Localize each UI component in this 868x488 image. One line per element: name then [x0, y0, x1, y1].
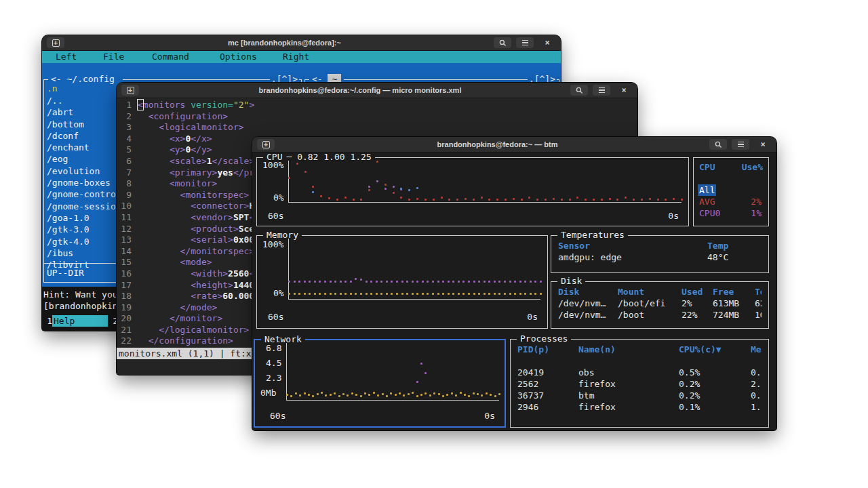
purple-data-dot [473, 281, 475, 283]
red-data-dot [569, 199, 571, 201]
yellow-data-dot [488, 293, 490, 295]
memory-graph-panel[interactable]: Memory 100% 0% 60s 0s [256, 235, 548, 329]
yellow-data-dot [347, 394, 349, 396]
mc-hint-line: Hint: Want you [43, 289, 118, 300]
column-header[interactable]: Sensor [558, 240, 707, 251]
red-data-dot [625, 197, 627, 199]
table-row[interactable]: /dev/nvm…/boot22%724MB1GB [558, 309, 762, 321]
purple-data-dot [412, 281, 414, 283]
cpu-legend-panel[interactable]: CPU Use% AllAVG2%CPU01% [693, 157, 769, 226]
close-icon[interactable]: × [538, 37, 556, 48]
cpu-legend-row[interactable]: All [694, 184, 768, 196]
close-icon[interactable]: × [615, 85, 633, 96]
temperatures-rows: amdgpu: edge48°C [551, 251, 768, 263]
column-header[interactable]: Used [682, 286, 713, 298]
menu-icon[interactable] [593, 85, 610, 96]
purple-data-dot [442, 281, 444, 283]
column-header[interactable]: Disk [558, 286, 618, 298]
purple-data-dot [304, 281, 306, 283]
yellow-data-dot [330, 293, 332, 295]
yellow-data-dot [342, 393, 344, 395]
menu-options[interactable]: Options [220, 51, 257, 63]
new-tab-icon[interactable]: + [47, 37, 64, 48]
red-data-dot [665, 199, 667, 201]
memory-y-max-label: 100% [262, 239, 283, 250]
column-header[interactable]: Name(n) [578, 344, 679, 355]
column-header[interactable]: Mem%(m) [751, 344, 762, 355]
btm-titlebar[interactable]: + brandonhopkins@fedora:~ — btm × [252, 137, 776, 152]
purple-data-dot [458, 281, 460, 283]
purple-data-dot [314, 281, 316, 283]
table-row[interactable]: 2562firefox0.2%2.2% [517, 378, 762, 390]
cpu-legend-row[interactable]: AVG2% [694, 196, 768, 207]
network-graph-panel[interactable]: Network 6.8 4.5 2.3 0Mb 60s 0s [254, 339, 506, 428]
memory-x-right-label: 0s [527, 311, 538, 323]
purple-data-dot [366, 281, 368, 283]
purple-data-dot [498, 281, 500, 283]
column-header[interactable]: Mount [618, 286, 682, 298]
purple-data-dot [340, 281, 342, 283]
menu-icon[interactable] [516, 37, 534, 48]
menu-left[interactable]: Left [56, 51, 77, 63]
purple-data-dot [355, 278, 357, 280]
yellow-data-dot [540, 293, 542, 295]
menu-icon[interactable] [732, 139, 749, 150]
new-tab-icon[interactable]: + [257, 139, 275, 150]
processes-panel[interactable]: Processes PID(p)Name(n)CPU%(c)▼Mem%(m) 2… [510, 339, 769, 428]
disk-panel[interactable]: Disk DiskMountUsedFreeTotal /dev/nvm…/bo… [551, 281, 769, 329]
micro-titlebar[interactable]: + brandonhopkins@fedora:~/.config — micr… [117, 83, 637, 98]
disk-panel-title: Disk [557, 275, 585, 287]
menu-file[interactable]: File [103, 51, 124, 63]
yellow-data-dot [477, 393, 479, 395]
yellow-data-dot [319, 293, 321, 295]
temperatures-panel[interactable]: Temperatures SensorTemp amdgpu: edge48°C [551, 235, 769, 273]
purple-data-dot [324, 281, 326, 283]
btm-window[interactable]: + brandonhopkins@fedora:~ — btm × CPU0.8… [252, 137, 776, 430]
menu-command[interactable]: Command [152, 51, 189, 63]
cpu-legend-row[interactable]: CPU01% [694, 207, 768, 219]
table-row[interactable]: amdgpu: edge48°C [558, 251, 762, 263]
column-header[interactable]: CPU%(c)▼ [679, 344, 751, 355]
menu-right[interactable]: Right [283, 51, 309, 63]
processes-panel-title: Processes [517, 333, 571, 344]
new-tab-icon[interactable]: + [121, 85, 139, 96]
memory-x-left-label: 60s [268, 311, 283, 323]
table-row[interactable]: 2946firefox0.1%1.2% [517, 401, 762, 413]
yellow-data-dot [484, 293, 486, 295]
yellow-data-dot [340, 293, 342, 295]
red-data-dot [536, 199, 538, 201]
mc-left-panel-path[interactable]: <- ~/.config [48, 73, 123, 85]
table-row[interactable]: 36737btm0.2%0.0% [517, 390, 762, 401]
red-data-dot [296, 163, 298, 165]
red-data-dot [505, 199, 507, 201]
table-row[interactable]: 20419obs0.5%0.9% [517, 367, 762, 378]
purple-data-dot [448, 281, 450, 283]
column-header[interactable]: Total [755, 286, 762, 298]
purple-data-dot [350, 281, 352, 283]
red-data-dot [601, 199, 603, 201]
cpu-graph-panel[interactable]: CPU0.82 1.00 1.25 100% 0% 60s 0s [256, 157, 689, 226]
search-icon[interactable] [570, 85, 588, 96]
yellow-data-dot [386, 395, 388, 397]
blue-data-dot [312, 191, 314, 193]
column-header[interactable]: Temp [707, 240, 762, 251]
yellow-data-dot [350, 293, 352, 295]
red-data-dot [368, 189, 370, 191]
table-row[interactable]: /dev/nvm…/boot/efi2%613MB628MB [558, 298, 762, 309]
yellow-data-dot [309, 293, 311, 295]
mc-titlebar[interactable]: + mc [brandonhopkins@fedora]:~ × [42, 35, 561, 51]
plus-icon: + [52, 39, 60, 47]
column-header[interactable]: Free [713, 286, 755, 298]
search-icon[interactable] [494, 37, 511, 48]
purple-data-dot [514, 281, 516, 283]
fkey-help[interactable]: 1Help [42, 315, 108, 327]
cpu-y-max-label: 100% [262, 159, 283, 171]
purple-data-dot [494, 281, 496, 283]
column-header[interactable]: PID(p) [517, 344, 578, 355]
red-data-dot [456, 199, 458, 201]
code-line: 3 <logicalmonitor> [117, 122, 637, 134]
search-icon[interactable] [709, 139, 727, 150]
mc-shell-prompt[interactable]: [brandonhopkin [43, 300, 118, 312]
yellow-data-dot [308, 394, 310, 396]
close-icon[interactable]: × [754, 139, 772, 150]
